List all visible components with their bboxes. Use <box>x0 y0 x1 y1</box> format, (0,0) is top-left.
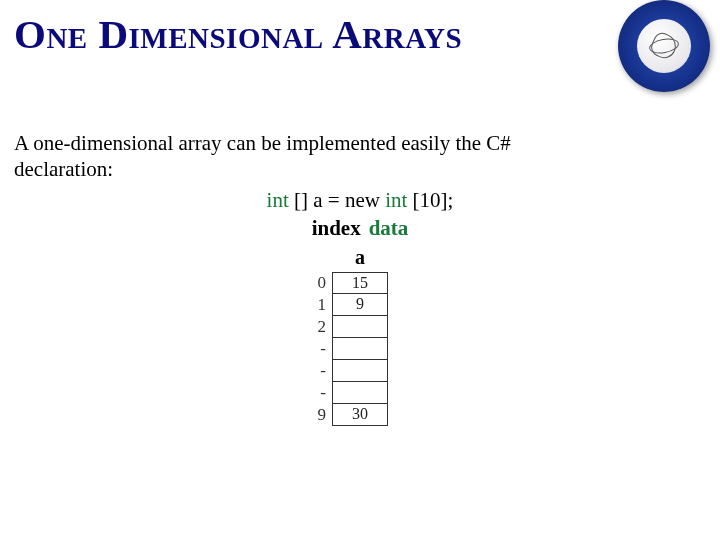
row-index: 0 <box>310 273 332 293</box>
array-row: 0 15 <box>310 272 430 294</box>
array-name: a <box>0 246 720 269</box>
university-logo <box>618 0 710 92</box>
row-cell <box>332 360 388 382</box>
array-row: - <box>310 360 430 382</box>
column-labels: indexdata <box>0 216 720 241</box>
row-cell: 9 <box>332 294 388 316</box>
keyword-int-2: int <box>385 188 407 212</box>
array-row: 1 9 <box>310 294 430 316</box>
data-label: data <box>369 216 409 240</box>
array-row: 2 <box>310 316 430 338</box>
code-tail: [10]; <box>407 188 453 212</box>
array-row: - <box>310 338 430 360</box>
array-figure: 0 15 1 9 2 - - - 9 30 <box>310 272 430 426</box>
intro-paragraph: A one-dimensional array can be implement… <box>14 130 614 183</box>
row-cell <box>332 316 388 338</box>
code-declaration: int [] a = new int [10]; <box>0 188 720 213</box>
row-cell <box>332 338 388 360</box>
page-title: One Dimensional Arrays <box>14 10 462 58</box>
index-label: index <box>312 216 361 240</box>
row-cell <box>332 382 388 404</box>
row-index: - <box>310 339 332 359</box>
row-index: 1 <box>310 295 332 315</box>
keyword-int-1: int <box>267 188 289 212</box>
row-index: - <box>310 383 332 403</box>
row-cell: 15 <box>332 272 388 294</box>
array-row: 9 30 <box>310 404 430 426</box>
row-cell: 30 <box>332 404 388 426</box>
array-row: - <box>310 382 430 404</box>
logo-inner-emblem <box>637 19 691 73</box>
row-index: - <box>310 361 332 381</box>
logo-outer-ring <box>618 0 710 92</box>
code-mid: [] a = new <box>289 188 385 212</box>
row-index: 9 <box>310 405 332 425</box>
row-index: 2 <box>310 317 332 337</box>
